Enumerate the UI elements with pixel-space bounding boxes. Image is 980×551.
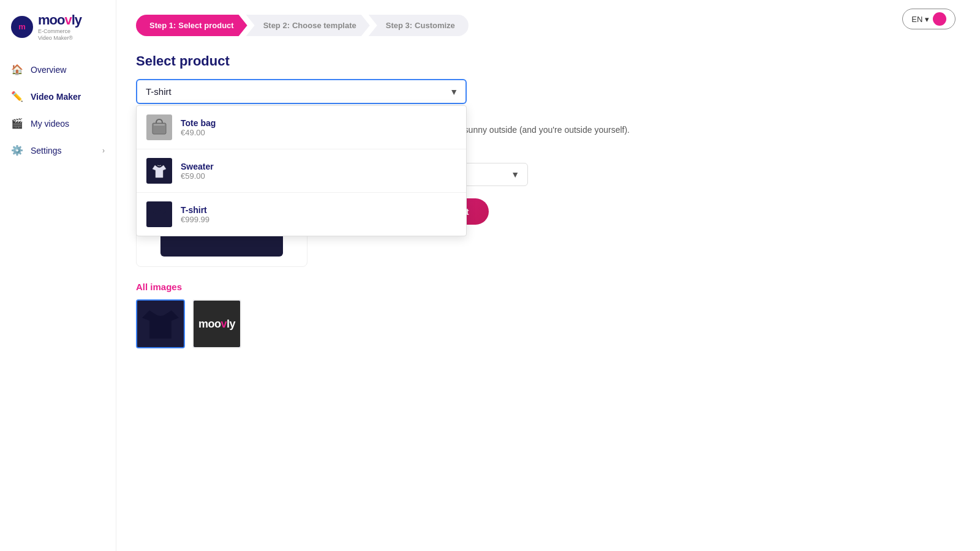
sidebar-item-video-maker[interactable]: ✏️ Video Maker xyxy=(0,83,116,110)
sweater-icon xyxy=(149,160,170,181)
sidebar-item-settings-label: Settings xyxy=(31,146,62,156)
thumb1-tshirt-icon xyxy=(137,301,184,347)
product-dropdown-list: Tote bag €49.00 Sweater €59.00 xyxy=(136,105,467,236)
tshirt-name: T-shirt xyxy=(181,205,209,215)
film-icon: 🎬 xyxy=(11,118,23,130)
sidebar-item-overview[interactable]: 🏠 Overview xyxy=(0,56,116,83)
logo-name: moovly xyxy=(38,12,81,28)
step-2[interactable]: Step 2: Choose template xyxy=(246,15,370,36)
steps-bar: Step 1: Select product Step 2: Choose te… xyxy=(136,15,960,36)
user-avatar-icon xyxy=(933,12,946,26)
logo-tagline: E-Commerce Video Maker® xyxy=(38,28,81,42)
dropdown-item-tote-bag[interactable]: Tote bag €49.00 xyxy=(137,106,466,149)
sweater-thumbnail xyxy=(146,158,172,184)
tshirt-price: €999.99 xyxy=(181,215,209,224)
product-dropdown-container: ▼ Tote bag €49.00 xyxy=(136,79,467,104)
step1-label: Select product xyxy=(178,21,233,30)
sidebar-item-overview-label: Overview xyxy=(31,65,66,75)
sidebar-nav: 🏠 Overview ✏️ Video Maker 🎬 My videos ⚙️… xyxy=(0,56,116,164)
step-1[interactable]: Step 1: Select product xyxy=(136,15,247,36)
sidebar: m moovly E-Commerce Video Maker® 🏠 Overv… xyxy=(0,0,116,551)
sweater-info: Sweater €59.00 xyxy=(181,162,214,181)
home-icon: 🏠 xyxy=(11,64,23,76)
tshirt-thumbnail xyxy=(146,201,172,227)
all-images-section: All images moovly xyxy=(136,282,960,348)
sweater-price: €59.00 xyxy=(181,171,214,181)
sidebar-item-my-videos[interactable]: 🎬 My videos xyxy=(0,110,116,137)
language-selector[interactable]: EN ▾ xyxy=(902,9,956,29)
edit-icon: ✏️ xyxy=(11,91,23,103)
tote-bag-name: Tote bag xyxy=(181,118,216,128)
step-3[interactable]: Step 3: Customize xyxy=(369,15,469,36)
thumbnail-1[interactable] xyxy=(136,299,185,348)
all-images-title: All images xyxy=(136,282,960,292)
dropdown-item-sweater[interactable]: Sweater €59.00 xyxy=(137,149,466,193)
tshirt-info: T-shirt €999.99 xyxy=(181,205,209,224)
tote-bag-icon xyxy=(149,117,170,138)
settings-arrow-icon: › xyxy=(102,146,105,155)
svg-rect-1 xyxy=(154,124,165,126)
step3-label: Customize xyxy=(415,21,455,30)
language-label: EN ▾ xyxy=(911,15,929,24)
dropdown-item-tshirt[interactable]: T-shirt €999.99 xyxy=(137,193,466,236)
thumb2-logo: moovly xyxy=(194,301,240,347)
sidebar-item-my-videos-label: My videos xyxy=(31,119,69,129)
page-title: Select product xyxy=(136,53,960,69)
main-content: Step 1: Select product Step 2: Choose te… xyxy=(116,0,980,551)
step1-number: Step 1: xyxy=(149,21,176,30)
tote-bag-price: €49.00 xyxy=(181,128,216,137)
gear-icon: ⚙️ xyxy=(11,144,23,157)
tote-bag-thumbnail xyxy=(146,114,172,140)
step3-number: Step 3: xyxy=(386,21,412,30)
tshirt-small-icon xyxy=(149,204,170,225)
image-thumbnails: moovly xyxy=(136,299,960,348)
step2-number: Step 2: xyxy=(263,21,290,30)
logo-area: m moovly E-Commerce Video Maker® xyxy=(0,12,116,56)
sidebar-item-video-maker-label: Video Maker xyxy=(31,92,81,102)
tote-bag-info: Tote bag €49.00 xyxy=(181,118,216,137)
sidebar-item-settings[interactable]: ⚙️ Settings › xyxy=(0,137,116,164)
product-dropdown-input[interactable] xyxy=(136,79,467,104)
thumbnail-2[interactable]: moovly xyxy=(192,299,241,348)
logo-mark: m xyxy=(11,16,33,38)
step2-label: Choose template xyxy=(292,21,356,30)
sweater-name: Sweater xyxy=(181,162,214,171)
